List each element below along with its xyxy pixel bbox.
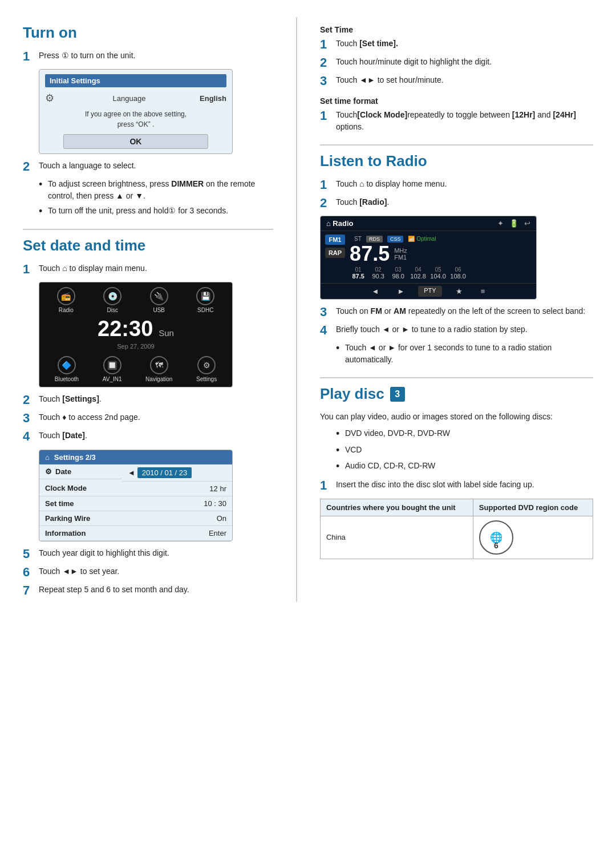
parking-wire-label: Parking Wire <box>39 511 122 526</box>
disc-type-2-text: VCD <box>345 444 362 456</box>
listen-radio-title: Listen to Radio <box>320 145 593 170</box>
st-step3-text: Touch ◄► to set hour/minute. <box>336 74 593 86</box>
turn-on-section: Turn on 1 Press ① to turn on the unit. I… <box>23 17 273 219</box>
dvd-col-country: Countries where you bought the unit <box>320 499 473 516</box>
set-date-step6-text: Touch ◄► to set year. <box>39 565 273 577</box>
turn-on-step1: 1 Press ① to turn on the unit. <box>23 50 273 63</box>
radio-st-label: ST <box>354 236 362 242</box>
st-step1-text: Touch [Set time]. <box>336 38 593 50</box>
settings-row-set-time: Set time 10 : 30 <box>39 496 232 511</box>
fm1-band-btn[interactable]: FM1 <box>325 235 345 245</box>
step-num-1: 1 <box>23 50 39 63</box>
disc-bullet-2: • <box>336 444 345 457</box>
radio-next-btn[interactable]: ► <box>392 286 409 297</box>
lang-value: English <box>200 94 226 103</box>
radio-step-num-4: 4 <box>320 324 336 337</box>
radio-step-num-1: 1 <box>320 178 336 192</box>
settings-header: ⌂ Settings 2/3 <box>39 450 232 464</box>
radio-icon: 📻 <box>57 287 75 305</box>
stf-step1-text: Touch[Clock Mode]repeatedly to toggle be… <box>336 109 593 133</box>
lang-label: Language <box>113 94 146 103</box>
menu-settings: ⚙ Settings <box>196 356 217 382</box>
bullet-dot-2: • <box>39 205 48 218</box>
preset-02: 02 90.3 <box>370 266 387 280</box>
step-num-s6: 6 <box>23 565 39 579</box>
step-num-s2: 2 <box>23 393 39 407</box>
dvd-col-region: Supported DVD region code <box>473 499 593 516</box>
radio-bullet-1: • Touch ◄ or ► for over 1 seconds to tun… <box>336 342 593 366</box>
play-disc-section: Play disc 3 You can play video, audio or… <box>320 378 593 559</box>
menu-av-in1: 🔲 AV_IN1 <box>103 356 122 382</box>
st-step2-text: Touch hour/minute digit to highlight the… <box>336 56 593 68</box>
radio-step4: 4 Briefly touch ◄ or ► to tune to a radi… <box>320 324 593 337</box>
set-date-step2-text: Touch [Settings]. <box>39 393 273 405</box>
radio-fav-btn[interactable]: ★ <box>451 286 467 297</box>
play-disc-desc: You can play video, audio or images stor… <box>320 411 593 423</box>
radio-header-icons: ✦ 🔋 ↩ <box>497 219 530 228</box>
radio-box: ⌂ Radio ✦ 🔋 ↩ FM1 RAP ST <box>320 216 537 300</box>
step-num-2: 2 <box>23 160 39 173</box>
set-date-step4-text: Touch [Date]. <box>39 430 273 442</box>
set-time-value: 10 : 30 <box>122 496 232 511</box>
disc-type-3: • Audio CD, CD-R, CD-RW <box>336 460 593 473</box>
disc-type-2: • VCD <box>336 444 593 457</box>
menu-disc: 💿 Disc <box>103 287 121 313</box>
initial-settings-msg: If you agree on the above setting, press… <box>45 109 226 130</box>
time-area: 22:30 Sun Sep 27, 2009 <box>39 314 232 353</box>
main-menu-box: 📻 Radio 💿 Disc 🔌 USB 💾 SDHC <box>39 282 233 387</box>
page: Turn on 1 Press ① to turn on the unit. I… <box>0 0 616 619</box>
step-num-s4: 4 <box>23 430 39 443</box>
radio-battery-icon: 🔋 <box>509 219 518 228</box>
radio-step2-text: Touch [Radio]. <box>336 196 593 208</box>
turn-on-step2: 2 Touch a language to select. <box>23 160 273 173</box>
date-label: Date <box>55 467 71 476</box>
radio-unit-group: MHz FM1 <box>394 247 407 261</box>
set-date-step3-text: Touch ♦ to access 2nd page. <box>39 411 273 423</box>
av-in1-icon: 🔲 <box>103 356 121 374</box>
usb-label: USB <box>153 307 165 313</box>
radio-prev-btn[interactable]: ◄ <box>367 286 384 297</box>
dvd-region-china: 🌐 6 <box>473 516 593 559</box>
settings-row-information: Information Enter <box>39 526 232 540</box>
set-date-step7-text: Repeat step 5 and 6 to set month and day… <box>39 584 273 596</box>
radio-pty-btn[interactable]: PTY <box>418 286 441 297</box>
radio-step1: 1 Touch ⌂ to display home menu. <box>320 178 593 192</box>
sdhc-icon: 💾 <box>196 287 214 305</box>
bullet-text-1: To adjust screen brightness, press DIMME… <box>48 178 273 202</box>
disc-step1-text: Insert the disc into the disc slot with … <box>336 479 593 491</box>
time-display: 22:30 <box>98 317 153 341</box>
step-num-s3: 3 <box>23 411 39 425</box>
ok-button[interactable]: OK <box>63 134 208 149</box>
rap-band-btn[interactable]: RAP <box>325 248 345 258</box>
menu-bluetooth: 🔷 Bluetooth <box>55 356 79 382</box>
disc-step1: 1 Insert the disc into the disc slot wit… <box>320 479 593 492</box>
radio-frequency: 87.5 <box>350 244 390 264</box>
settings-icon: ⚙ <box>197 356 216 374</box>
bullet-list-turn-on: • To adjust screen brightness, press DIM… <box>39 178 273 218</box>
set-time-format-subtitle: Set time format <box>320 96 593 106</box>
date-arrow-left: ◄ <box>128 468 135 477</box>
radio-label: Radio <box>59 307 74 313</box>
radio-header: ⌂ Radio ✦ 🔋 ↩ <box>321 216 536 231</box>
main-menu-top: 📻 Radio 💿 Disc 🔌 USB 💾 SDHC <box>39 282 232 314</box>
radio-list-btn[interactable]: ≡ <box>476 286 490 297</box>
navigation-icon: 🗺 <box>150 356 168 374</box>
menu-sdhc: 💾 SDHC <box>196 287 214 313</box>
left-column: Turn on 1 Press ① to turn on the unit. I… <box>23 17 297 602</box>
turn-on-title: Turn on <box>23 17 273 42</box>
radio-band-label: FM1 <box>394 254 407 261</box>
disc-icon: 💿 <box>103 287 121 305</box>
radio-step-num-3: 3 <box>320 305 336 319</box>
dvd-region-table: Countries where you bought the unit Supp… <box>320 499 593 559</box>
disc-label: Disc <box>107 307 118 313</box>
radio-bullet-list: • Touch ◄ or ► for over 1 seconds to tun… <box>336 342 593 366</box>
set-time-subtitle: Set Time <box>320 25 593 34</box>
settings-row-parking-wire: Parking Wire On <box>39 511 232 526</box>
radio-optimal-label: 📶 Optimal <box>408 236 436 242</box>
set-date-title: Set date and time <box>23 230 273 254</box>
step-num-s7: 7 <box>23 584 39 597</box>
information-label: Information <box>39 526 122 540</box>
radio-back-icon: ↩ <box>524 219 530 228</box>
settings-box: ⌂ Settings 2/3 ⚙ Date ◄ 2010 / 01 / 23 <box>39 450 233 541</box>
main-menu-bottom: 🔷 Bluetooth 🔲 AV_IN1 🗺 Navigation ⚙ Sett… <box>39 353 232 387</box>
